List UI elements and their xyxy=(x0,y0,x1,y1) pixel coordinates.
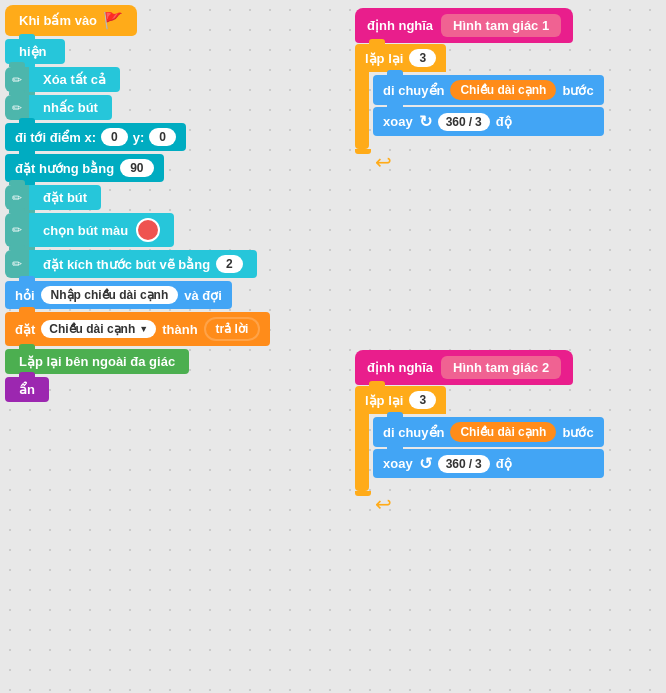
move2-block[interactable]: di chuyển Chiều dài cạnh bước xyxy=(373,417,604,447)
nhacbut-block[interactable]: nhấc bút xyxy=(29,95,112,120)
repeat1-c-block: lặp lại 3 di chuyển Chiều dài cạnh bước xyxy=(355,44,604,149)
ask-suffix: và đợi xyxy=(184,288,222,303)
turn1-label: xoay xyxy=(383,114,413,129)
move2-label: di chuyển xyxy=(383,425,444,440)
ask-input[interactable]: Nhập chiều dài cạnh xyxy=(41,286,179,304)
repeat1-value[interactable]: 3 xyxy=(409,49,436,67)
return-arrow1: ↩ xyxy=(375,150,604,174)
event-block[interactable]: Khi bấm vào 🚩 xyxy=(5,5,137,36)
define1-label: định nghĩa xyxy=(367,18,433,33)
repeat1-top[interactable]: lặp lại 3 xyxy=(355,44,446,72)
hien-block[interactable]: hiện xyxy=(5,39,65,64)
define2-label: định nghĩa xyxy=(367,360,433,375)
pencil-icon-xoa: ✏ xyxy=(12,73,22,87)
turn2-block[interactable]: xoay ↺ 360 / 3 độ xyxy=(373,449,604,478)
pencil-tab-nhacbut: ✏ xyxy=(5,95,29,120)
loop-outer-block[interactable]: Lặp lại bên ngoài đa giác xyxy=(5,349,189,374)
turn1-math[interactable]: 360 / 3 xyxy=(438,113,490,131)
move1-label: di chuyển xyxy=(383,83,444,98)
goto-xy-block[interactable]: đi tới điểm x: 0 y: 0 xyxy=(5,123,186,151)
move1-param[interactable]: Chiều dài cạnh xyxy=(450,80,556,100)
answer-pill[interactable]: trả lời xyxy=(204,317,261,341)
move1-suffix: bước xyxy=(562,83,593,98)
an-label: ẩn xyxy=(19,382,35,397)
set-var-block[interactable]: đặt Chiều dài cạnh ▼ thành trả lời xyxy=(5,312,270,346)
datbut-block[interactable]: đặt bút xyxy=(29,185,101,210)
ask-block[interactable]: hỏi Nhập chiều dài cạnh và đợi xyxy=(5,281,232,309)
pencil-icon-nhacbut: ✏ xyxy=(12,101,22,115)
nhacbut-label: nhấc bút xyxy=(43,100,98,115)
pencil-tab-chonbutmau: ✏ xyxy=(5,213,29,247)
xoa-label: Xóa tất cả xyxy=(43,72,106,87)
main-container: Khi bấm vào 🚩 hiện ✏ Xóa tất cả xyxy=(0,0,666,693)
left-column: Khi bấm vào 🚩 hiện ✏ Xóa tất cả xyxy=(5,5,270,403)
turn2-ccw-icon: ↺ xyxy=(419,454,432,473)
flag-icon: 🚩 xyxy=(103,11,123,30)
goto-y-value[interactable]: 0 xyxy=(149,128,176,146)
var-name-dropdown[interactable]: Chiều dài cạnh ▼ xyxy=(41,320,156,338)
right-group2: định nghĩa Hình tam giác 2 lặp lại 3 di … xyxy=(355,350,604,516)
turn2-label: xoay xyxy=(383,456,413,471)
turn2-math[interactable]: 360 / 3 xyxy=(438,455,490,473)
turn1-block[interactable]: xoay ↻ 360 / 3 độ xyxy=(373,107,604,136)
kichthuoc-value[interactable]: 2 xyxy=(216,255,243,273)
define1-name: Hình tam giác 1 xyxy=(441,14,561,37)
repeat2-top[interactable]: lặp lại 3 xyxy=(355,386,446,414)
move1-block[interactable]: di chuyển Chiều dài cạnh bước xyxy=(373,75,604,105)
define1-block[interactable]: định nghĩa Hình tam giác 1 xyxy=(355,8,573,43)
goto-y-label: y: xyxy=(133,130,145,145)
turn1-unit: độ xyxy=(496,114,512,129)
move2-param[interactable]: Chiều dài cạnh xyxy=(450,422,556,442)
datbut-label: đặt bút xyxy=(43,190,87,205)
color-circle[interactable] xyxy=(136,218,160,242)
kichthuoc-block[interactable]: đặt kích thước bút vẽ bằng 2 xyxy=(29,250,257,278)
move2-suffix: bước xyxy=(562,425,593,440)
repeat1-label: lặp lại xyxy=(365,51,403,66)
define2-block[interactable]: định nghĩa Hình tam giác 2 xyxy=(355,350,573,385)
event-label: Khi bấm vào xyxy=(19,13,97,28)
define2-name: Hình tam giác 2 xyxy=(441,356,561,379)
set-direction-label: đặt hướng bằng xyxy=(15,161,114,176)
goto-x-value[interactable]: 0 xyxy=(101,128,128,146)
set-var-label: đặt xyxy=(15,322,35,337)
loop-outer-label: Lặp lại bên ngoài đa giác xyxy=(19,354,175,369)
hien-label: hiện xyxy=(19,44,47,59)
pencil-icon-datbut: ✏ xyxy=(12,191,22,205)
chonbutmau-label: chọn bút màu xyxy=(43,223,128,238)
pencil-tab-xoa: ✏ xyxy=(5,67,29,92)
pencil-tab-datbut: ✏ xyxy=(5,185,29,210)
repeat2-c-block: lặp lại 3 di chuyển Chiều dài cạnh bước xyxy=(355,386,604,491)
an-block[interactable]: ẩn xyxy=(5,377,49,402)
direction-value[interactable]: 90 xyxy=(120,159,153,177)
return-arrow2: ↩ xyxy=(375,492,604,516)
pencil-icon-chonbutmau: ✏ xyxy=(12,223,22,237)
repeat2-label: lặp lại xyxy=(365,393,403,408)
goto-xy-label: đi tới điểm x: xyxy=(15,130,96,145)
chonbutmau-block[interactable]: chọn bút màu xyxy=(29,213,174,247)
turn1-cw-icon: ↻ xyxy=(419,112,432,131)
right-group1: định nghĩa Hình tam giác 1 lặp lại 3 di … xyxy=(355,8,604,174)
pencil-icon-kichthuoc: ✏ xyxy=(12,257,22,271)
kichthuoc-label: đặt kích thước bút vẽ bằng xyxy=(43,257,210,272)
repeat2-value[interactable]: 3 xyxy=(409,391,436,409)
ask-label: hỏi xyxy=(15,288,35,303)
pencil-tab-kichthuoc: ✏ xyxy=(5,250,29,278)
set-var-suffix: thành xyxy=(162,322,197,337)
turn2-unit: độ xyxy=(496,456,512,471)
xoa-block[interactable]: Xóa tất cả xyxy=(29,67,120,92)
set-direction-block[interactable]: đặt hướng bằng 90 xyxy=(5,154,164,182)
